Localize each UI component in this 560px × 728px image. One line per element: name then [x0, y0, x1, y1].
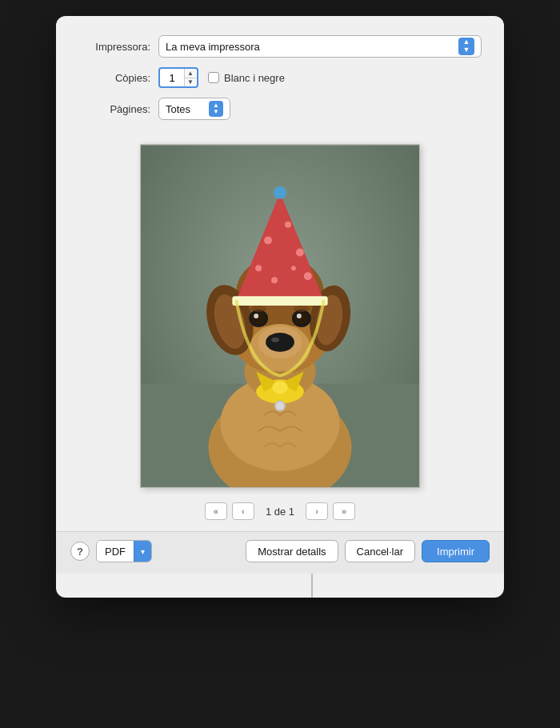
- pdf-arrow-button[interactable]: ▾: [134, 541, 151, 562]
- pdf-button[interactable]: PDF: [97, 541, 134, 562]
- next-page-button[interactable]: ›: [306, 502, 328, 520]
- copies-decrement-button[interactable]: ▼: [185, 78, 196, 87]
- printer-label: Impressora:: [78, 41, 150, 53]
- svg-point-25: [285, 222, 291, 228]
- svg-point-21: [250, 306, 266, 312]
- print-button[interactable]: Imprimir: [422, 540, 490, 562]
- copies-input-wrap: 1 ▲ ▼: [158, 67, 198, 88]
- svg-rect-31: [232, 296, 327, 306]
- pagination: « ‹ 1 de 1 › »: [56, 496, 504, 531]
- bw-checkbox[interactable]: [208, 72, 219, 83]
- svg-point-17: [254, 314, 258, 318]
- pdf-indicator-line-wrap: [56, 574, 504, 598]
- svg-point-30: [291, 266, 296, 270]
- svg-point-38: [276, 402, 284, 410]
- svg-point-29: [271, 277, 278, 283]
- svg-point-14: [271, 338, 279, 342]
- copies-row: Còpies: 1 ▲ ▼ Blanc i negre: [78, 67, 482, 88]
- dialog-footer: ? PDF ▾ Mostrar detalls Cancel·lar Impri…: [56, 531, 504, 574]
- copies-increment-button[interactable]: ▲: [185, 69, 196, 78]
- pdf-button-group: PDF ▾: [96, 540, 152, 562]
- svg-point-13: [266, 333, 294, 352]
- svg-point-28: [304, 272, 312, 280]
- printer-stepper-icon: ▲ ▼: [458, 38, 474, 55]
- svg-point-36: [272, 382, 288, 394]
- svg-point-16: [251, 312, 266, 325]
- pages-row: Pàgines: Totes ▲ ▼: [78, 98, 482, 120]
- printer-select[interactable]: La meva impressora ▲ ▼: [158, 35, 482, 58]
- cancel-button[interactable]: Cancel·lar: [345, 540, 416, 562]
- printer-row: Impressora: La meva impressora ▲ ▼: [78, 35, 482, 58]
- svg-point-19: [294, 312, 309, 325]
- svg-point-24: [264, 237, 272, 245]
- pages-select-value: Totes: [166, 103, 205, 115]
- print-dialog: Impressora: La meva impressora ▲ ▼ Còpie…: [56, 16, 504, 598]
- pdf-indicator-line: [311, 574, 313, 598]
- svg-point-20: [297, 314, 302, 318]
- preview-frame: [140, 144, 420, 488]
- printer-select-value: La meva impressora: [166, 41, 454, 53]
- dog-photo: [141, 145, 419, 487]
- svg-point-32: [274, 186, 286, 199]
- pages-stepper-icon: ▲ ▼: [209, 101, 223, 117]
- details-button[interactable]: Mostrar detalls: [246, 540, 338, 562]
- svg-point-22: [294, 306, 310, 312]
- svg-point-27: [255, 265, 262, 271]
- pages-label: Pàgines:: [78, 103, 150, 115]
- page-info: 1 de 1: [259, 506, 301, 518]
- first-page-button[interactable]: «: [205, 502, 227, 520]
- svg-point-26: [296, 248, 304, 256]
- copies-input[interactable]: 1: [160, 72, 184, 84]
- copies-label: Còpies:: [78, 72, 150, 84]
- pdf-arrow-icon: ▾: [141, 547, 145, 556]
- bw-label: Blanc i negre: [224, 72, 285, 84]
- prev-page-button[interactable]: ‹: [232, 502, 254, 520]
- copies-stepper: ▲ ▼: [184, 69, 196, 86]
- preview-area: [56, 144, 504, 496]
- bw-checkbox-wrap: Blanc i negre: [208, 72, 285, 84]
- pages-select[interactable]: Totes ▲ ▼: [158, 98, 230, 120]
- help-button[interactable]: ?: [70, 542, 90, 561]
- last-page-button[interactable]: »: [333, 502, 355, 520]
